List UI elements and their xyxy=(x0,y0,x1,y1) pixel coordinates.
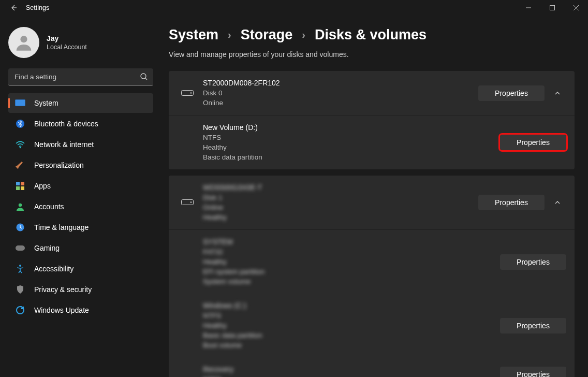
nav-label: Network & internet xyxy=(34,140,94,149)
properties-button[interactable]: Properties xyxy=(500,367,566,377)
nav-label: Accessibility xyxy=(34,265,74,273)
collapse-button[interactable] xyxy=(549,194,566,211)
volume-name: New Volume (D:) xyxy=(203,123,500,133)
accessibility-icon xyxy=(14,263,26,274)
volume-type-redacted: Basic data partition xyxy=(203,330,500,340)
disk-header[interactable]: WDS500G3X0E-T Disk 1 Online Healthy Prop… xyxy=(169,176,575,230)
person-icon xyxy=(14,201,26,212)
nav: System Bluetooth & devices Network & int… xyxy=(8,93,153,320)
svg-point-13 xyxy=(19,265,21,267)
nav-network[interactable]: Network & internet xyxy=(8,135,153,154)
nav-accessibility[interactable]: Accessibility xyxy=(8,259,153,279)
disk-model-redacted: WDS500G3X0E-T xyxy=(203,183,478,193)
profile[interactable]: Jay Local Account xyxy=(8,20,153,68)
properties-button[interactable]: Properties xyxy=(500,254,566,270)
system-icon xyxy=(14,97,26,109)
disk-icon xyxy=(177,90,198,96)
svg-point-10 xyxy=(19,204,22,207)
gamepad-icon xyxy=(14,242,26,254)
main-content: System › Storage › Disks & volumes View … xyxy=(161,16,588,377)
nav-label: Gaming xyxy=(34,244,60,252)
window-controls xyxy=(517,0,588,16)
svg-rect-6 xyxy=(16,182,20,185)
crumb-storage[interactable]: Storage xyxy=(241,27,293,43)
nav-label: Privacy & security xyxy=(34,285,92,294)
minimize-button[interactable] xyxy=(517,0,540,16)
volume-health: Healthy xyxy=(203,142,500,152)
crumb-system[interactable]: System xyxy=(169,27,218,43)
disk-extra-redacted: Healthy xyxy=(203,212,478,222)
properties-button[interactable]: Properties xyxy=(500,135,566,150)
volume-row[interactable]: SYSTEM FAT32 Healthy EFI system partitio… xyxy=(169,230,575,294)
disk-id: Disk 0 xyxy=(203,88,478,98)
properties-button[interactable]: Properties xyxy=(478,85,545,101)
nav-system[interactable]: System xyxy=(8,93,153,113)
clock-icon xyxy=(14,222,26,233)
nav-personalization[interactable]: Personalization xyxy=(8,155,153,175)
volume-extra-redacted: System volume xyxy=(203,277,500,286)
close-button[interactable] xyxy=(564,0,588,16)
volume-fs-redacted: NTFS xyxy=(203,374,500,377)
shield-icon xyxy=(14,284,26,295)
svg-rect-8 xyxy=(16,186,20,190)
svg-rect-0 xyxy=(550,6,555,10)
svg-point-5 xyxy=(20,147,21,149)
bluetooth-icon xyxy=(14,118,26,129)
svg-rect-3 xyxy=(16,100,25,106)
svg-rect-9 xyxy=(21,186,24,190)
search-icon xyxy=(140,72,148,83)
volume-type: Basic data partition xyxy=(203,152,500,162)
nav-bluetooth[interactable]: Bluetooth & devices xyxy=(8,114,153,134)
nav-time-language[interactable]: Time & language xyxy=(8,218,153,237)
svg-point-16 xyxy=(190,92,192,94)
svg-rect-7 xyxy=(21,182,24,185)
page-subtitle: View and manage properties of your disks… xyxy=(169,50,575,59)
disk-card: WDS500G3X0E-T Disk 1 Online Healthy Prop… xyxy=(169,176,575,377)
volume-name-redacted: SYSTEM xyxy=(203,237,500,247)
user-account-type: Local Account xyxy=(47,44,87,51)
disk-status: Online xyxy=(203,98,478,108)
titlebar: Settings xyxy=(0,0,588,16)
nav-label: Windows Update xyxy=(34,306,89,314)
chevron-right-icon: › xyxy=(228,29,231,41)
nav-label: System xyxy=(34,99,58,107)
volume-fs: NTFS xyxy=(203,133,500,142)
svg-point-18 xyxy=(190,201,192,203)
breadcrumb: System › Storage › Disks & volumes xyxy=(169,27,575,43)
volume-type-redacted: EFI system partition xyxy=(203,267,500,277)
nav-accounts[interactable]: Accounts xyxy=(8,197,153,216)
collapse-button[interactable] xyxy=(549,84,566,102)
nav-label: Accounts xyxy=(34,202,64,211)
nav-privacy[interactable]: Privacy & security xyxy=(8,280,153,299)
search-input[interactable] xyxy=(8,68,153,86)
volume-row[interactable]: Recovery NTFS Properties xyxy=(169,357,575,377)
nav-apps[interactable]: Apps xyxy=(8,176,153,196)
volume-row[interactable]: New Volume (D:) NTFS Healthy Basic data … xyxy=(169,115,575,169)
properties-button[interactable]: Properties xyxy=(478,195,545,210)
disk-status-redacted: Online xyxy=(203,202,478,212)
volume-health-redacted: Healthy xyxy=(203,257,500,267)
volume-health-redacted: Healthy xyxy=(203,321,500,330)
volume-name-redacted: Recovery xyxy=(203,365,500,374)
nav-gaming[interactable]: Gaming xyxy=(8,238,153,258)
sidebar: Jay Local Account System Bluetooth & dev… xyxy=(0,16,161,377)
nav-label: Personalization xyxy=(34,161,84,169)
update-icon xyxy=(14,304,26,316)
volume-row[interactable]: Windows (C:) NTFS Healthy Basic data par… xyxy=(169,294,575,357)
apps-icon xyxy=(14,180,26,192)
brush-icon xyxy=(14,160,26,171)
disk-header[interactable]: ST2000DM008-2FR102 Disk 0 Online Propert… xyxy=(169,71,575,115)
svg-rect-12 xyxy=(16,245,25,251)
user-name: Jay xyxy=(47,34,87,42)
disk-model: ST2000DM008-2FR102 xyxy=(203,78,478,88)
avatar xyxy=(8,27,39,58)
disk-id-redacted: Disk 1 xyxy=(203,193,478,202)
volume-fs-redacted: NTFS xyxy=(203,311,500,321)
maximize-button[interactable] xyxy=(540,0,564,16)
disk-card: ST2000DM008-2FR102 Disk 0 Online Propert… xyxy=(169,71,575,169)
volume-name-redacted: Windows (C:) xyxy=(203,301,500,311)
search-field[interactable] xyxy=(8,68,153,86)
properties-button[interactable]: Properties xyxy=(500,318,566,334)
nav-windows-update[interactable]: Windows Update xyxy=(8,300,153,320)
back-button[interactable] xyxy=(6,1,21,15)
